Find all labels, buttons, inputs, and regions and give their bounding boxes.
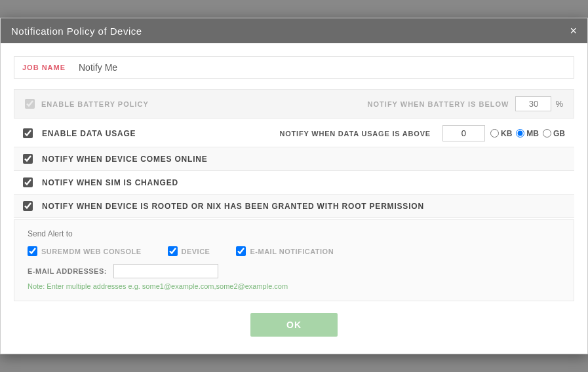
alert-device-checkbox[interactable] [168, 246, 178, 256]
notification-policy-dialog: Notification Policy of Device × JOB NAME… [0, 18, 588, 354]
dialog-title: Notification Policy of Device [11, 26, 142, 37]
radio-mb-label[interactable]: MB [516, 129, 539, 138]
data-usage-value-input[interactable] [442, 125, 485, 141]
alert-checkboxes: SUREMDM WEB CONSOLE DEVICE E-MAIL NOTIFI… [28, 246, 560, 256]
job-name-row: JOB NAME [14, 56, 574, 79]
device-rooted-checkbox[interactable] [23, 201, 33, 211]
sim-changed-label: NOTIFY WHEN SIM IS CHANGED [42, 178, 178, 187]
radio-mb[interactable] [516, 129, 524, 138]
close-button[interactable]: × [570, 25, 577, 37]
email-note: Note: Enter multiple addresses e.g. some… [28, 282, 560, 290]
data-usage-checkbox[interactable] [23, 128, 33, 138]
data-usage-row: ENABLE DATA USAGE NOTIFY WHEN DATA USAGE… [14, 120, 574, 147]
device-online-checkbox[interactable] [23, 154, 33, 164]
battery-notify-label: NOTIFY WHEN BATTERY IS BELOW [368, 100, 509, 108]
ok-button[interactable]: OK [250, 313, 338, 337]
radio-kb[interactable] [490, 129, 499, 138]
device-rooted-label: NOTIFY WHEN DEVICE IS ROOTED OR NIX HAS … [42, 202, 424, 211]
alert-title: Send Alert to [28, 229, 560, 238]
dialog-body: JOB NAME ENABLE BATTERY POLICY NOTIFY WH… [1, 43, 587, 354]
alert-console-item: SUREMDM WEB CONSOLE [28, 246, 142, 256]
alert-device-label: DEVICE [182, 248, 210, 255]
battery-value-input[interactable] [515, 96, 551, 111]
radio-gb-label[interactable]: GB [543, 129, 565, 138]
alert-email-row: E-MAIL ADDRESSES: [28, 264, 560, 278]
sim-changed-row: NOTIFY WHEN SIM IS CHANGED [14, 171, 574, 195]
data-unit-radio-group: KB MB GB [490, 129, 565, 138]
job-name-input[interactable] [79, 62, 566, 73]
alert-section: Send Alert to SUREMDM WEB CONSOLE DEVICE… [14, 219, 574, 301]
alert-email-checkbox[interactable] [236, 246, 246, 256]
alert-console-checkbox[interactable] [28, 246, 37, 256]
battery-policy-label: ENABLE BATTERY POLICY [41, 100, 149, 108]
data-notify-label: NOTIFY WHEN DATA USAGE IS ABOVE [279, 130, 431, 138]
data-usage-label: ENABLE DATA USAGE [42, 129, 136, 138]
data-usage-left: ENABLE DATA USAGE [23, 128, 136, 138]
battery-percent: % [555, 99, 563, 109]
alert-email-label: E-MAIL NOTIFICATION [250, 248, 334, 255]
email-addresses-input[interactable] [113, 264, 218, 278]
data-usage-right: NOTIFY WHEN DATA USAGE IS ABOVE KB MB GB [279, 125, 565, 141]
alert-console-label: SUREMDM WEB CONSOLE [41, 248, 142, 255]
alert-email-item: E-MAIL NOTIFICATION [236, 246, 334, 256]
battery-policy-row: ENABLE BATTERY POLICY NOTIFY WHEN BATTER… [14, 89, 574, 119]
email-addresses-label: E-MAIL ADDRESSES: [28, 267, 107, 275]
device-online-row: NOTIFY WHEN DEVICE COMES ONLINE [14, 147, 574, 171]
ok-row: OK [14, 301, 574, 343]
device-online-label: NOTIFY WHEN DEVICE COMES ONLINE [42, 155, 208, 164]
battery-policy-checkbox[interactable] [25, 99, 35, 109]
device-rooted-row: NOTIFY WHEN DEVICE IS ROOTED OR NIX HAS … [14, 195, 574, 218]
radio-gb[interactable] [543, 129, 551, 138]
dialog-header: Notification Policy of Device × [1, 18, 587, 43]
radio-kb-label[interactable]: KB [490, 129, 512, 138]
job-name-label: JOB NAME [22, 64, 68, 71]
sim-changed-checkbox[interactable] [23, 177, 33, 187]
alert-device-item: DEVICE [168, 246, 210, 256]
